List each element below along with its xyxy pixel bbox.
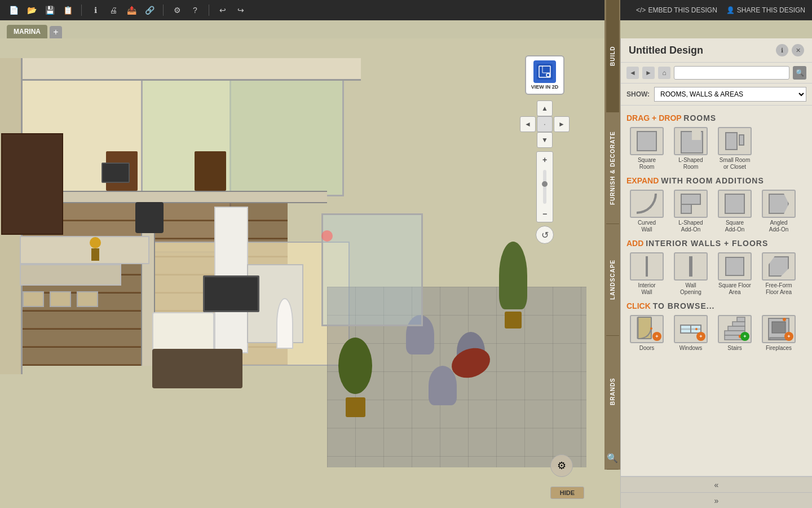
- show-dropdown[interactable]: ROOMS, WALLS & AREAS FLOOR PLAN 3D VIEW: [654, 87, 806, 102]
- section-rest-expand: WITH ROOM ADDITIONS: [661, 176, 764, 185]
- wall-opening-indicator: [321, 230, 333, 242]
- undo-icon[interactable]: ↩: [216, 3, 230, 17]
- kitchen-counter-2: [20, 264, 121, 286]
- settings-float-button[interactable]: ⚙: [550, 454, 573, 477]
- item-square-floor[interactable]: Square FloorArea: [714, 252, 755, 296]
- zoom-handle[interactable]: [542, 181, 548, 187]
- item-stairs[interactable]: + Stairs: [714, 315, 755, 352]
- zoom-in-button[interactable]: +: [537, 152, 553, 168]
- save-icon[interactable]: 💾: [43, 3, 56, 17]
- item-square-addon[interactable]: SquareAdd-On: [714, 190, 755, 233]
- pan-right-button[interactable]: ►: [554, 116, 570, 132]
- expand-items: CurvedWall L-ShapedAdd-On Squar: [626, 190, 806, 233]
- view-2d-button[interactable]: VIEW IN 2D: [525, 55, 564, 95]
- item-angled-addon[interactable]: AngledAdd-On: [758, 190, 799, 233]
- zoom-out-button[interactable]: −: [537, 206, 553, 222]
- tab-build[interactable]: BUILD: [606, 0, 619, 112]
- furniture-sofa: [152, 349, 242, 388]
- window-badge: +: [696, 332, 705, 341]
- section-title-browse: CLICK TO BROWSE...: [626, 301, 806, 310]
- hide-area: HIDE: [550, 487, 584, 499]
- small-room-b: [739, 134, 744, 146]
- nav-home-button[interactable]: ⌂: [658, 67, 670, 79]
- item-l-shaped-addon[interactable]: L-ShapedAdd-On: [670, 190, 711, 233]
- tab-marina[interactable]: MARINA: [7, 25, 47, 38]
- svg-point-14: [695, 328, 698, 330]
- panel-search-button[interactable]: 🔍: [793, 66, 806, 80]
- show-bar: SHOW: ROOMS, WALLS & AREAS FLOOR PLAN 3D…: [621, 84, 812, 106]
- zoom-bar[interactable]: [543, 170, 546, 204]
- kitchen-counter: [20, 236, 149, 264]
- label-fireplaces: Fireplaces: [766, 345, 792, 352]
- pan-up-button[interactable]: ▲: [537, 100, 553, 116]
- save-as-icon[interactable]: 📋: [61, 3, 74, 17]
- item-doors[interactable]: + Doors: [626, 315, 667, 352]
- tab-search[interactable]: 🔍: [607, 447, 619, 470]
- item-square-room[interactable]: SquareRoom: [626, 127, 667, 170]
- redo-icon[interactable]: ↪: [234, 3, 248, 17]
- hide-button[interactable]: HIDE: [550, 487, 584, 499]
- item-l-shaped-room[interactable]: L-ShapedRoom: [670, 127, 711, 170]
- panel-search-input[interactable]: [674, 66, 789, 80]
- label-small-room: Small Roomor Closet: [720, 157, 750, 170]
- pan-left-button[interactable]: ◄: [520, 116, 536, 132]
- open-file-icon[interactable]: 📂: [25, 3, 38, 17]
- rotate-button[interactable]: ↺: [536, 226, 554, 244]
- icon-box-angled-addon: [762, 190, 796, 218]
- stairs-badge: +: [740, 332, 749, 341]
- canvas-area[interactable]: VIEW IN 2D ▲ ◄ · ► ▼: [0, 38, 620, 508]
- svg-point-24: [783, 318, 786, 321]
- tab-landscape[interactable]: LANDSCAPE: [606, 224, 619, 335]
- collapse-down-button[interactable]: »: [621, 492, 812, 508]
- tab-brands[interactable]: BRANDS: [606, 335, 619, 447]
- plant-2: [333, 338, 378, 439]
- square-floor-icon: [725, 257, 744, 276]
- add-tab-button[interactable]: +: [50, 26, 62, 38]
- label-windows: Windows: [679, 345, 703, 352]
- item-freeform-floor[interactable]: Free-FormFloor Area: [758, 252, 799, 296]
- item-wall-opening[interactable]: WallOpening: [670, 252, 711, 296]
- door-badge: +: [652, 332, 661, 341]
- collapse-up-button[interactable]: «: [621, 476, 812, 492]
- wall-opening-icon: [689, 256, 692, 277]
- embed-code-icon: </>: [636, 6, 646, 14]
- share-icon[interactable]: 🔗: [143, 3, 156, 17]
- pan-down-button[interactable]: ▼: [537, 132, 553, 148]
- settings-icon[interactable]: ⚙: [170, 3, 184, 17]
- furniture-bookcase: [1, 133, 63, 235]
- help-icon[interactable]: ?: [188, 3, 202, 17]
- main-area: VIEW IN 2D ▲ ◄ · ► ▼: [0, 38, 812, 508]
- wall-interior-h: [17, 191, 327, 203]
- nav-back-button[interactable]: ◄: [626, 67, 639, 79]
- new-file-icon[interactable]: 📄: [7, 3, 20, 17]
- svg-rect-8: [638, 317, 651, 339]
- export-icon[interactable]: 📤: [125, 3, 138, 17]
- print-icon[interactable]: 🖨: [107, 3, 120, 17]
- label-l-addon: L-ShapedAdd-On: [678, 220, 703, 233]
- item-curved-wall[interactable]: CurvedWall: [626, 190, 667, 233]
- panel-info-button[interactable]: ℹ: [776, 44, 788, 56]
- share-design-button[interactable]: 👤 SHARE THIS DESIGN: [726, 6, 805, 14]
- tab-furnish-decorate[interactable]: FURNISH & DECORATE: [606, 112, 619, 224]
- chair-desk: [135, 202, 164, 233]
- svg-rect-17: [728, 326, 745, 331]
- pan-center-button[interactable]: ·: [537, 116, 553, 132]
- item-windows[interactable]: + Windows: [670, 315, 711, 352]
- item-small-room[interactable]: Small Roomor Closet: [714, 127, 755, 170]
- chair-3: [429, 366, 457, 405]
- right-panel: Untitled Design ℹ ✕ ◄ ► ⌂ 🔍 SHOW: ROOMS,…: [620, 38, 812, 508]
- drag-drop-items: SquareRoom L-ShapedRoom Small R: [626, 127, 806, 170]
- label-wall-opening: WallOpening: [680, 282, 701, 296]
- section-rest-drag-drop: ROOMS: [683, 113, 716, 122]
- label-interior-wall: InteriorWall: [638, 282, 655, 296]
- pan-controls: ▲ ◄ · ► ▼: [520, 100, 570, 148]
- panel-close-button[interactable]: ✕: [792, 44, 804, 56]
- info-icon[interactable]: ℹ: [89, 3, 102, 17]
- item-interior-wall[interactable]: InteriorWall: [626, 252, 667, 296]
- zoom-controls: + −: [536, 151, 553, 222]
- panel-bottom: « »: [621, 476, 812, 508]
- embed-button[interactable]: </> EMBED THIS DESIGN: [636, 6, 717, 14]
- icon-box-small-room: [718, 127, 752, 155]
- nav-forward-button[interactable]: ►: [642, 67, 655, 79]
- item-fireplaces[interactable]: + Fireplaces: [758, 315, 799, 352]
